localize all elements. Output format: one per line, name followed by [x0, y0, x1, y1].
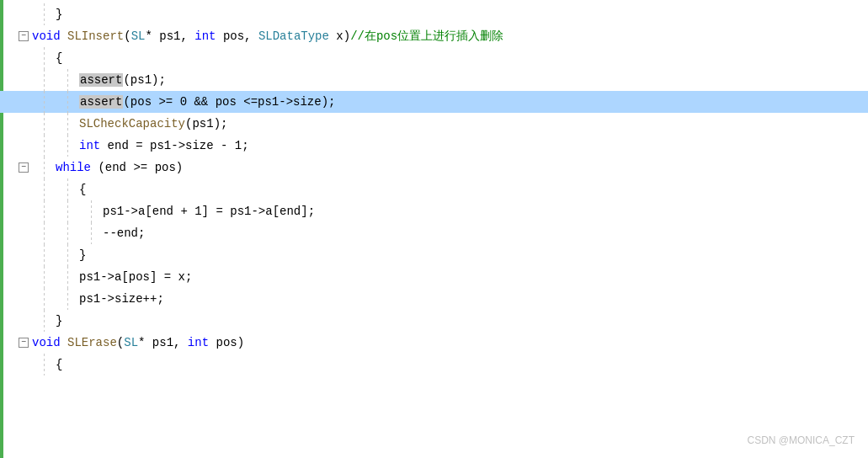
token: ps1->size++; [79, 292, 164, 306]
token: } [79, 248, 86, 262]
line-gutter: − [0, 338, 32, 348]
code-line: { [0, 178, 868, 200]
token: SLInsert [67, 29, 124, 43]
line-content-wrapper: } [32, 310, 868, 332]
code-tokens: void SLErase(SL* ps1, int pos) [32, 332, 244, 354]
indent-guide [32, 157, 56, 178]
indent-guide [56, 113, 79, 135]
token: while [56, 161, 91, 174]
indent-guide [32, 200, 56, 222]
token: } [56, 314, 62, 328]
line-content-wrapper: ps1->size++; [32, 288, 868, 310]
code-tokens: assert(pos >= 0 && pos <=ps1->size); [79, 91, 335, 113]
token: pos) [209, 336, 244, 349]
code-line: −void SLInsert(SL* ps1, int pos, SLDataT… [0, 25, 868, 47]
token: end = ps1->size - 1; [100, 139, 248, 152]
code-line: ps1->a[end + 1] = ps1->a[end]; [0, 200, 868, 222]
token: ( [124, 29, 130, 43]
code-line: } [0, 3, 868, 25]
indent-guide [56, 244, 79, 266]
token: void [32, 336, 67, 349]
token: SL [131, 29, 146, 43]
indent-guide [32, 47, 56, 69]
token: { [56, 358, 62, 371]
token: x) [329, 29, 350, 43]
line-content-wrapper: void SLInsert(SL* ps1, int pos, SLDataTy… [32, 25, 868, 47]
indent-guide [32, 135, 56, 157]
token: (pos >= 0 && pos <=ps1->size); [123, 95, 335, 109]
code-tokens: { [56, 47, 62, 69]
token: SLCheckCapacity [79, 117, 185, 130]
indent-guide [32, 178, 56, 200]
token: pos, [216, 29, 258, 43]
indent-guide [32, 288, 56, 310]
code-line: } [0, 310, 868, 332]
line-content-wrapper: ps1->a[pos] = x; [32, 266, 868, 288]
token: (ps1); [185, 117, 227, 130]
line-content-wrapper: SLCheckCapacity(ps1); [32, 113, 868, 135]
indent-guide [56, 91, 79, 113]
code-line: SLCheckCapacity(ps1); [0, 113, 868, 135]
token: --end; [103, 226, 145, 240]
watermark: CSDN @MONICA_CZT [747, 429, 855, 451]
line-content-wrapper: ps1->a[end + 1] = ps1->a[end]; [32, 200, 868, 222]
code-tokens: assert(ps1); [79, 69, 166, 91]
code-line: int end = ps1->size - 1; [0, 135, 868, 157]
code-tokens: SLCheckCapacity(ps1); [79, 113, 227, 135]
token: SLErase [67, 336, 117, 349]
token: ps1->a[pos] = x; [79, 270, 192, 284]
token: * ps1, [145, 29, 194, 43]
token: (end >= pos) [91, 161, 183, 174]
line-content-wrapper: { [32, 47, 868, 69]
line-content-wrapper: int end = ps1->size - 1; [32, 135, 868, 157]
code-line: −void SLErase(SL* ps1, int pos) [0, 332, 868, 354]
line-content-wrapper: void SLErase(SL* ps1, int pos) [32, 332, 868, 354]
line-content-wrapper: while (end >= pos) [32, 157, 868, 178]
line-gutter: − [0, 162, 32, 173]
line-content-wrapper: } [32, 244, 868, 266]
fold-button[interactable]: − [19, 162, 29, 173]
indent-guide [79, 200, 103, 222]
code-editor: }−void SLInsert(SL* ps1, int pos, SLData… [0, 0, 868, 458]
indent-guide [56, 135, 79, 157]
code-line: ps1->size++; [0, 288, 868, 310]
indent-guide [56, 178, 79, 200]
fold-button[interactable]: − [19, 338, 29, 348]
code-tokens: while (end >= pos) [56, 157, 183, 178]
code-tokens: } [56, 3, 62, 25]
line-content-wrapper: --end; [32, 222, 868, 244]
line-content-wrapper: assert(pos >= 0 && pos <=ps1->size); [32, 91, 868, 113]
line-content-wrapper: } [32, 3, 868, 25]
line-content-wrapper: { [32, 178, 868, 200]
indent-guide [32, 113, 56, 135]
indent-guide [79, 222, 103, 244]
token: assert [79, 95, 123, 109]
token: * ps1, [138, 336, 188, 349]
indent-guide [32, 222, 56, 244]
token: { [56, 51, 62, 65]
token: SL [124, 336, 138, 349]
indent-guide [56, 288, 79, 310]
indent-guide [32, 354, 56, 375]
token: ( [117, 336, 124, 349]
code-tokens: { [56, 354, 62, 375]
code-tokens: ps1->size++; [79, 288, 164, 310]
indent-guide [32, 3, 56, 25]
token: (ps1); [123, 73, 165, 87]
token: assert [79, 73, 123, 87]
token: } [56, 8, 62, 21]
fold-button[interactable]: − [19, 31, 29, 41]
indent-guide [56, 200, 79, 222]
code-tokens: { [79, 178, 86, 200]
code-tokens: } [56, 310, 62, 332]
indent-guide [32, 266, 56, 288]
token: void [32, 29, 67, 43]
indent-guide [56, 266, 79, 288]
code-line: ps1->a[pos] = x; [0, 266, 868, 288]
code-line: assert(ps1); [0, 69, 868, 91]
line-content-wrapper: { [32, 354, 868, 375]
code-tokens: void SLInsert(SL* ps1, int pos, SLDataTy… [32, 25, 503, 47]
token: { [79, 183, 86, 196]
code-tokens: int end = ps1->size - 1; [79, 135, 249, 157]
token: int [79, 139, 100, 152]
